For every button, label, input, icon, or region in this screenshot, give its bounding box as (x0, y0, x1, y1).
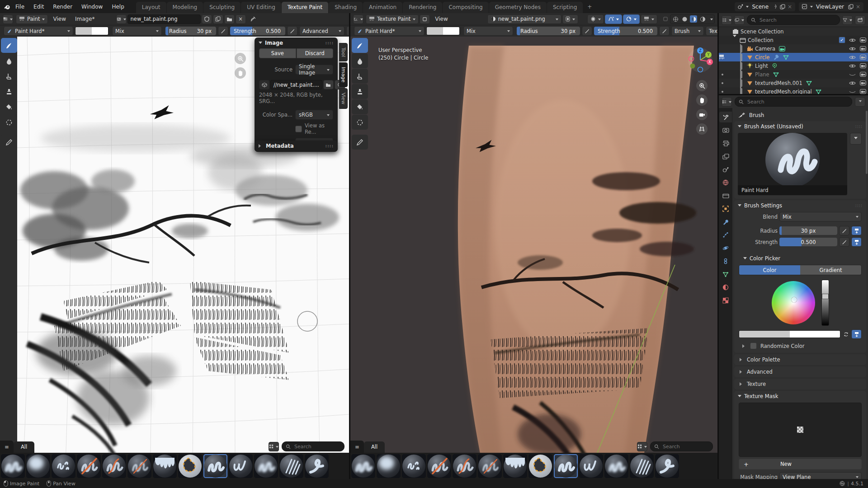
menu-help[interactable]: Help (107, 4, 128, 10)
properties-options-icon[interactable] (855, 97, 865, 107)
vp-soften-tool[interactable] (352, 53, 368, 68)
gradient-tab[interactable]: Gradient (800, 265, 861, 275)
ie-brush-thumb-soft-blob[interactable] (26, 454, 50, 478)
unlink-image-icon[interactable]: × (236, 14, 246, 24)
vp-smear-tool[interactable] (352, 69, 368, 84)
menu-edit[interactable]: Edit (29, 4, 48, 10)
falloff-dropdown[interactable] (587, 14, 604, 24)
mask-mapping-dropdown[interactable]: View Plane (779, 472, 862, 479)
vp-shelf-display-icon[interactable] (637, 442, 647, 451)
save-image-button[interactable]: Save (259, 48, 296, 58)
properties-search-box[interactable] (735, 97, 852, 107)
fake-user-shield-icon[interactable] (202, 14, 212, 24)
outliner-display-mode-icon[interactable] (722, 15, 732, 25)
outliner-row-circle[interactable]: Circle (719, 53, 868, 61)
add-workspace-button[interactable]: + (583, 1, 596, 12)
image-name-field[interactable]: new_tat.paint.png (127, 14, 201, 24)
disable-in-render-icon[interactable] (859, 62, 866, 69)
p-radius-slider[interactable]: 30 px (779, 226, 837, 235)
outliner-row-plane[interactable]: Plane (719, 70, 868, 79)
expand-toggle[interactable] (740, 46, 746, 52)
symmetry-toggle-dropdown[interactable] (623, 14, 640, 24)
workspace-tab-texture-paint[interactable]: Texture Paint (282, 2, 328, 13)
sidebar-tab-tool[interactable]: Tool (339, 43, 348, 61)
navigation-gizmo[interactable]: Z Y X (687, 47, 713, 73)
new-texture-button[interactable]: + New (739, 459, 862, 469)
vp-brush-menu-dropdown[interactable]: Brush (671, 26, 704, 36)
ie-brush-thumb-drip[interactable] (153, 454, 177, 478)
vp-brush-thumb-wave[interactable] (655, 454, 679, 478)
vp-texture-menu-dropdown[interactable]: Texture (706, 26, 717, 36)
properties-search-input[interactable] (746, 99, 816, 105)
scene-selector[interactable]: Scene × (735, 2, 795, 11)
vp-brush-thumb-blur-squiggle[interactable] (604, 454, 628, 478)
source-dropdown[interactable]: Single Image (295, 65, 333, 75)
properties-tab-tool[interactable] (719, 112, 732, 122)
section-color-palette[interactable]: Color Palette (734, 354, 866, 365)
p-primary-color[interactable] (739, 331, 790, 338)
filepath-datablock-icon[interactable] (259, 80, 269, 89)
menu-window[interactable]: Window (77, 4, 107, 10)
brush-asset-dropdown[interactable]: Paint Hard* (4, 26, 73, 36)
expand-toggle[interactable] (740, 63, 746, 69)
shading-rendered-icon[interactable] (699, 15, 706, 23)
properties-editor-type-icon[interactable] (722, 97, 732, 107)
vp-brush-thumb-script[interactable] (579, 454, 603, 478)
workspace-tab-scripting[interactable]: Scripting (547, 2, 583, 13)
editor-type-3d-icon[interactable] (353, 14, 363, 24)
menu-render[interactable]: Render (48, 4, 77, 10)
ie-clone-tool[interactable] (1, 84, 17, 99)
properties-tab-material[interactable] (719, 282, 732, 293)
new-collection-icon[interactable] (855, 15, 865, 25)
duplicate-image-icon[interactable] (213, 14, 223, 24)
hide-eye-open-icon[interactable] (849, 37, 856, 43)
shading-solid-icon[interactable] (681, 15, 688, 23)
expand-toggle[interactable] (740, 71, 746, 78)
outliner-filter-id-icon[interactable] (734, 15, 745, 25)
vp-brush-thumb-scribble-curve[interactable] (453, 454, 476, 478)
discard-image-button[interactable]: Discard (297, 48, 334, 58)
vp-mask-tool[interactable] (352, 115, 368, 130)
properties-tab-output[interactable] (719, 138, 732, 149)
menu-file[interactable]: File (11, 4, 29, 10)
properties-tab-texture[interactable] (719, 295, 732, 306)
shading-dropdown[interactable] (710, 19, 713, 22)
outliner-row-light[interactable]: Light (719, 61, 868, 70)
ie-smear-tool[interactable] (1, 69, 17, 84)
vp-brush-thumb-squiggle[interactable] (554, 454, 578, 478)
vp-brush-thumb-soft-blob[interactable] (377, 454, 401, 478)
expand-toggle[interactable] (740, 80, 746, 86)
properties-tab-object[interactable] (719, 203, 732, 214)
workspace-tab-geometry-nodes[interactable]: Geometry Nodes (489, 2, 547, 13)
color-swatches[interactable] (75, 27, 108, 35)
object-icon[interactable] (420, 14, 430, 24)
p-secondary-color[interactable] (790, 331, 840, 338)
outliner-row-texturedmesh-001[interactable]: texturedMesh.001 (719, 79, 868, 87)
ie-brush-thumb-wave[interactable] (305, 454, 329, 478)
mode-dropdown[interactable]: Texture Paint (366, 14, 419, 24)
color-wheel[interactable] (772, 281, 815, 324)
unlink-scene-icon[interactable]: × (786, 3, 793, 10)
brush-preview-dropdown[interactable] (850, 133, 862, 145)
radius-pressure-icon[interactable] (218, 26, 228, 36)
remove-viewlayer-icon[interactable]: × (854, 3, 862, 10)
filepath-browse-icon[interactable] (323, 80, 334, 89)
ie-brush-thumb-blur-squiggle[interactable] (254, 454, 278, 478)
hide-eye-open-icon[interactable] (849, 80, 856, 86)
randomize-expand-icon[interactable] (742, 344, 746, 348)
properties-tab-view-layer[interactable] (719, 151, 732, 162)
vp-radius-slider[interactable]: Radius 30 px (517, 27, 580, 35)
vp-brush-thumb-scribble-slash[interactable] (427, 454, 451, 478)
open-image-folder-icon[interactable] (224, 14, 235, 24)
vp-shelf-search-box[interactable] (650, 441, 713, 451)
metadata-panel-header[interactable]: Metadata :::: (255, 141, 338, 151)
colorspace-dropdown[interactable]: sRGB (295, 110, 333, 120)
p-color-unified-icon[interactable] (851, 329, 862, 339)
secondary-color-swatch[interactable] (92, 27, 108, 35)
zoom-gizmo-button[interactable] (235, 53, 246, 64)
pan-gizmo-button[interactable] (235, 67, 246, 79)
slot-image-dropdown[interactable]: new_tat.paint.png (487, 14, 561, 24)
pin-icon[interactable] (772, 3, 779, 10)
ie-annotate-tool[interactable] (1, 135, 17, 150)
shelf-tab-all[interactable]: All (14, 441, 34, 453)
